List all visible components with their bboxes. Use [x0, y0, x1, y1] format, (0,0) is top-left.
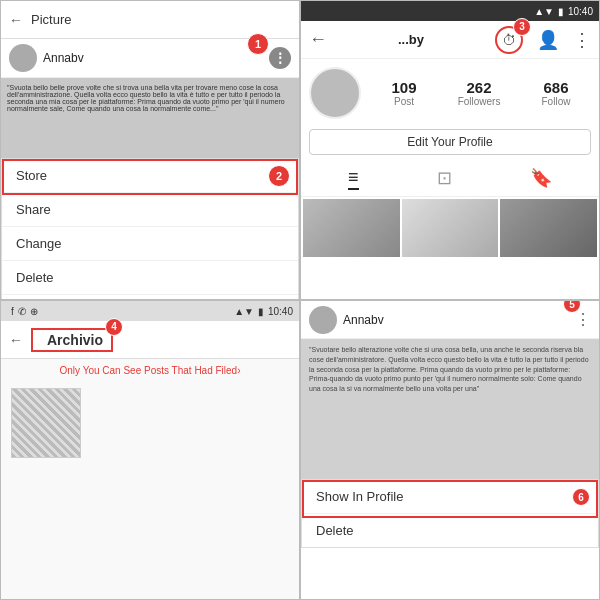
post-text-panel1: "Svuota bello belle prove volte che si t…	[1, 78, 299, 158]
arch-battery: ▮	[258, 306, 264, 317]
post4-header: Annabv ⋮ 5	[301, 301, 599, 339]
ig-header: ← ...by ⏱ 3 👤 ⋮	[301, 21, 599, 59]
dropdown-menu-panel1: 2 Store Share Change Delete Disable Comm…	[1, 158, 299, 300]
facebook-icon: f	[11, 306, 14, 317]
status-signal: ▲▼	[534, 6, 554, 17]
ig-back-icon[interactable]: ←	[309, 29, 327, 50]
arch-post-thumb[interactable]	[11, 388, 81, 458]
stat-following: 686 Follow	[542, 79, 571, 107]
social-icons: f ✆ ⊕	[7, 306, 230, 317]
back-arrow-icon[interactable]: ←	[9, 12, 23, 28]
arch-back-icon[interactable]: ←	[9, 332, 23, 348]
badge-2: 2	[268, 165, 290, 187]
stat-post-label: Post	[394, 96, 414, 107]
stat-followers-num: 262	[467, 79, 492, 96]
photo-thumb-2[interactable]	[402, 199, 499, 257]
arch-time: 10:40	[268, 306, 293, 317]
avatar-panel1	[9, 44, 37, 72]
more-icon-panel4[interactable]: ⋮	[575, 310, 591, 329]
badge-6: 6	[572, 488, 590, 506]
menu-item-change[interactable]: Change	[2, 227, 298, 261]
more-icon-panel1[interactable]: ⋮	[269, 47, 291, 69]
ig-profile-row: 109 Post 262 Followers 686 Follow	[301, 59, 599, 123]
status-battery: ▮	[558, 6, 564, 17]
photo-thumb-1[interactable]	[303, 199, 400, 257]
menu-item-delete-panel4[interactable]: Delete	[302, 514, 598, 547]
badge-1: 1	[247, 33, 269, 55]
photo-thumb-3[interactable]	[500, 199, 597, 257]
avatar-panel4	[309, 306, 337, 334]
history-icon[interactable]: ⏱	[502, 32, 516, 48]
arch-status-bar: f ✆ ⊕ ▲▼ ▮ 10:40	[1, 301, 299, 321]
stat-following-label: Follow	[542, 96, 571, 107]
post-text-panel4: "Svuotare bello alterazione volte che si…	[309, 346, 589, 392]
username-panel4: Annabv	[343, 313, 575, 327]
edit-profile-button[interactable]: Edit Your Profile	[309, 129, 591, 155]
arch-signal: ▲▼	[234, 306, 254, 317]
menu-item-share[interactable]: Share	[2, 193, 298, 227]
panel1-title: Picture	[31, 12, 291, 27]
stat-post-num: 109	[392, 79, 417, 96]
post-content-panel1: "Svuota bello belle prove volte che si t…	[1, 78, 299, 158]
post4-dropdown: 6 Show In Profile Delete	[301, 479, 599, 548]
grid-bookmark-icon[interactable]: 🔖	[530, 167, 552, 190]
panel-picture-menu: ← Picture Annabv ⋮ 1 "Svuota bello belle…	[0, 0, 300, 300]
post-body-panel4: "Svuotare bello alterazione volte che si…	[301, 339, 599, 479]
ig-photo-grid	[301, 197, 599, 259]
whatsapp-icon: ✆	[18, 306, 26, 317]
status-bar-panel2: ▲▼ ▮ 10:40	[301, 1, 599, 21]
stat-following-num: 686	[543, 79, 568, 96]
username-panel1: Annabv	[43, 51, 269, 65]
stat-followers-label: Followers	[458, 96, 501, 107]
arch-subtitle: Only You Can See Posts That Had Filed›	[1, 359, 299, 380]
ig-username-header: ...by	[335, 32, 487, 47]
arch-title-box: Archivio 4	[31, 328, 113, 352]
badge-3: 3	[513, 18, 531, 36]
arch-thumb-inner	[12, 389, 80, 457]
ig-grid-icons: ≡ ⊡ 🔖	[301, 161, 599, 197]
arch-title: Archivio	[47, 332, 103, 348]
menu-item-store[interactable]: Store	[2, 159, 298, 193]
arch-header: ← Archivio 4	[1, 321, 299, 359]
menu-item-show-in-profile[interactable]: Show In Profile	[302, 480, 598, 514]
badge-4: 4	[105, 318, 123, 336]
profile-avatar	[309, 67, 361, 119]
menu-item-delete[interactable]: Delete	[2, 261, 298, 295]
ig-more-icon[interactable]: ⋮	[573, 29, 591, 51]
grid-person-icon[interactable]: ⊡	[437, 167, 452, 190]
grid-list-icon[interactable]: ≡	[348, 167, 359, 190]
ig-history-container: ⏱ 3	[495, 26, 523, 54]
ig-add-person-icon[interactable]: 👤	[537, 29, 559, 51]
status-time: 10:40	[568, 6, 593, 17]
panel-instagram-profile: ▲▼ ▮ 10:40 ← ...by ⏱ 3 👤 ⋮ 109 Post 262 …	[300, 0, 600, 300]
panel-post-menu: Annabv ⋮ 5 "Svuotare bello alterazione v…	[300, 300, 600, 600]
circle-icon: ⊕	[30, 306, 38, 317]
panel-archivio: f ✆ ⊕ ▲▼ ▮ 10:40 ← Archivio 4 Only You C…	[0, 300, 300, 600]
stat-followers: 262 Followers	[458, 79, 501, 107]
ig-stats: 109 Post 262 Followers 686 Follow	[371, 79, 591, 107]
stat-post: 109 Post	[392, 79, 417, 107]
